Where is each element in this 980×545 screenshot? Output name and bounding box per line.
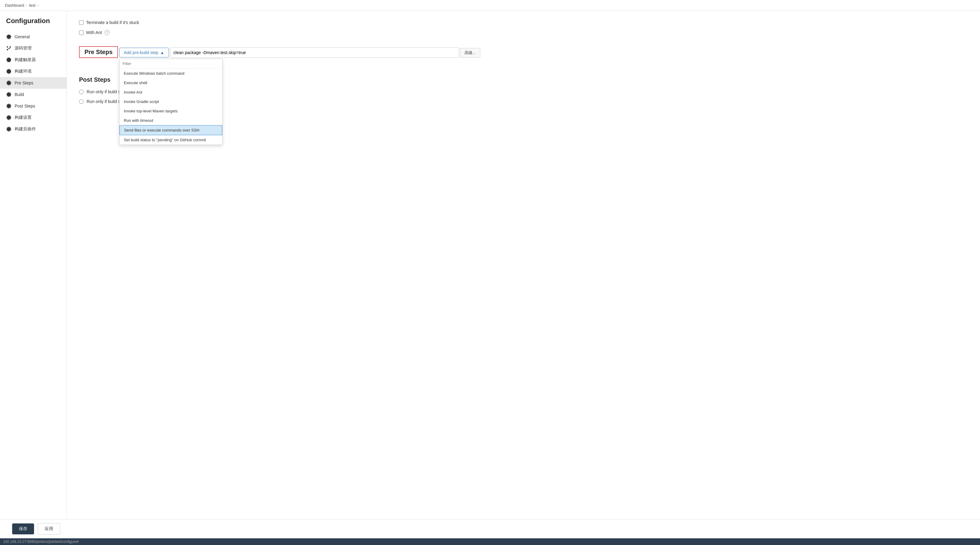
dropdown-filter-input[interactable]: [119, 59, 222, 69]
radio-succeeds-or-unstable[interactable]: [79, 99, 84, 104]
dropdown-item-maven[interactable]: Invoke top-level Maven targets: [119, 106, 222, 116]
sidebar-item-general[interactable]: General: [0, 31, 67, 43]
with-ant-label: With Ant: [86, 30, 102, 35]
sidebar-label-general: General: [14, 34, 30, 39]
with-ant-row: With Ant ?: [79, 30, 968, 35]
breadcrumb-sep-2: ›: [37, 3, 38, 8]
sidebar-item-source[interactable]: 源码管理: [0, 43, 67, 54]
prebuild-dropdown-menu: Execute Windows batch command Execute sh…: [119, 59, 223, 145]
dropdown-item-ssh[interactable]: Send files or execute commands over SSH: [119, 125, 222, 135]
dropdown-item-gradle[interactable]: Invoke Gradle script: [119, 97, 222, 106]
sidebar-item-build[interactable]: Build: [0, 89, 67, 100]
dropdown-item-shell[interactable]: Execute shell: [119, 78, 222, 87]
svg-point-1: [7, 49, 8, 51]
svg-point-3: [7, 46, 8, 48]
breadcrumb-dashboard[interactable]: Dashboard: [5, 3, 24, 8]
globe-icon: [6, 69, 11, 74]
add-prebuild-dropdown: Add pre-build step ▲ Execute Windows bat…: [119, 48, 169, 59]
main-content: Terminate a build if it's stuck With Ant…: [67, 11, 980, 519]
postbuild-icon: [6, 126, 11, 132]
terminate-row: Terminate a build if it's stuck: [79, 20, 968, 25]
apply-button[interactable]: 应用: [38, 523, 60, 535]
sidebar-label-poststeps: Post Steps: [14, 103, 35, 108]
advanced-button[interactable]: 高级...: [460, 48, 480, 58]
breadcrumb-sep-1: ›: [26, 3, 27, 8]
status-bar: 192.168.23.27:8080/jenkins/job/test/conf…: [0, 538, 980, 545]
build-icon: [6, 92, 11, 97]
sidebar-label-presteps: Pre Steps: [14, 81, 33, 85]
sidebar-label-build: Build: [14, 92, 24, 97]
sidebar-item-trigger[interactable]: 构建触发器: [0, 54, 67, 66]
save-button[interactable]: 保存: [12, 523, 34, 534]
gear-icon: [6, 34, 11, 40]
svg-point-2: [10, 46, 11, 48]
sidebar-item-presteps[interactable]: Pre Steps: [0, 77, 67, 89]
dropdown-item-invoke-ant[interactable]: Invoke Ant: [119, 87, 222, 97]
terminate-checkbox[interactable]: [79, 21, 84, 25]
status-url: 192.168.23.27:8080/jenkins/job/test/conf…: [3, 540, 79, 544]
clock-icon: [6, 57, 11, 63]
sidebar-item-settings[interactable]: 构建设置: [0, 112, 67, 123]
dropdown-item-win-batch[interactable]: Execute Windows batch command: [119, 69, 222, 78]
with-ant-help-icon[interactable]: ?: [104, 30, 110, 35]
sidebar-item-poststeps[interactable]: Post Steps: [0, 100, 67, 112]
breadcrumb-bar: Dashboard › test ›: [0, 0, 980, 11]
terminate-label: Terminate a build if it's stuck: [86, 20, 139, 25]
settings-icon: [6, 115, 11, 120]
dropdown-item-timeout[interactable]: Run with timeout: [119, 116, 222, 125]
breadcrumb-test[interactable]: test: [29, 3, 35, 8]
radio-succeeds-only[interactable]: [79, 90, 84, 94]
sidebar-title: Configuration: [0, 17, 67, 31]
chevron-up-icon: ▲: [160, 50, 164, 55]
pre-steps-heading: Pre Steps: [79, 46, 118, 58]
dropdown-item-github-status[interactable]: Set build status to "pending" on GitHub …: [119, 135, 222, 145]
add-prebuild-button[interactable]: Add pre-build step ▲: [119, 48, 169, 57]
presteps-icon: [6, 80, 11, 86]
sidebar: Configuration General 源码管理 构建触发器 构建环境 Pr…: [0, 11, 67, 519]
sidebar-label-postbuild: 构建后操作: [14, 126, 36, 132]
sidebar-label-source: 源码管理: [14, 46, 32, 51]
bottom-action-bar: 保存 应用: [0, 519, 980, 538]
poststeps-icon: [6, 103, 11, 109]
add-prebuild-label: Add pre-build step: [124, 50, 158, 55]
branch-icon: [6, 46, 11, 51]
with-ant-checkbox[interactable]: [79, 30, 84, 35]
sidebar-label-trigger: 构建触发器: [14, 57, 36, 63]
sidebar-item-postbuild[interactable]: 构建后操作: [0, 123, 67, 135]
sidebar-item-env[interactable]: 构建环境: [0, 66, 67, 77]
sidebar-label-settings: 构建设置: [14, 115, 32, 120]
sidebar-label-env: 构建环境: [14, 69, 32, 74]
command-input[interactable]: [170, 48, 459, 58]
